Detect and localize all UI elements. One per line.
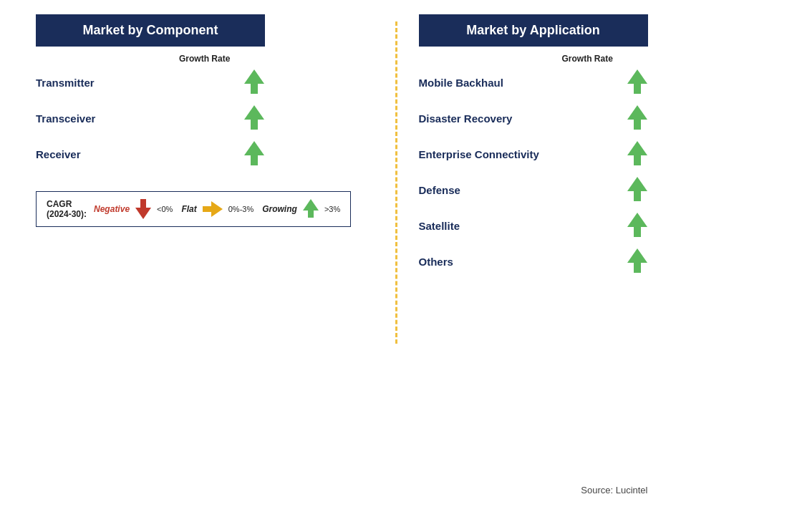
right-row-enterprise-connectivity: Enterprise Connectivity	[419, 141, 648, 167]
source-label: Source: Lucintel	[581, 485, 647, 503]
receiver-arrow-up-icon	[243, 141, 265, 167]
legend-cagr-label: CAGR(2024-30):	[47, 199, 87, 219]
mobile-backhaul-label: Mobile Backhaul	[419, 77, 598, 89]
main-container: Market by Component Growth Rate Transmit…	[0, 0, 792, 532]
legend-negative-label: Negative	[94, 204, 130, 214]
legend-negative-pct: <0%	[157, 205, 173, 213]
left-growth-rate-label: Growth Rate	[179, 54, 230, 64]
receiver-label: Receiver	[36, 148, 215, 160]
satellite-arrow-up-icon	[627, 213, 648, 238]
defense-label: Defense	[419, 184, 598, 196]
defense-arrow-up-icon	[627, 177, 648, 203]
enterprise-connectivity-label: Enterprise Connectivity	[419, 148, 598, 160]
right-row-defense: Defense	[419, 177, 648, 203]
satellite-label: Satellite	[419, 220, 598, 232]
others-arrow-up-icon	[627, 248, 648, 274]
right-row-others: Others	[419, 248, 648, 274]
right-row-mobile-backhaul: Mobile Backhaul	[419, 69, 648, 95]
legend-growing-label: Growing	[262, 204, 297, 214]
transmitter-label: Transmitter	[36, 77, 215, 89]
legend-flat-pct: 0%-3%	[228, 205, 253, 213]
legend-green-arrow-icon	[303, 199, 319, 219]
left-panel-title: Market by Component	[36, 14, 265, 47]
right-row-disaster-recovery: Disaster Recovery	[419, 105, 648, 131]
transceiver-label: Transceiver	[36, 112, 215, 125]
disaster-recovery-arrow-up-icon	[627, 105, 648, 131]
left-row-transceiver: Transceiver	[36, 105, 265, 131]
left-row-receiver: Receiver	[36, 141, 265, 167]
right-growth-rate-label: Growth Rate	[562, 54, 613, 64]
legend-growing-pct: >3%	[324, 205, 340, 213]
right-row-satellite: Satellite	[419, 213, 648, 238]
transmitter-arrow-up-icon	[243, 69, 265, 95]
transceiver-arrow-up-icon	[243, 105, 265, 131]
others-label: Others	[419, 256, 598, 268]
legend-box: CAGR(2024-30): Negative <0% Flat 0%-3% G…	[36, 191, 351, 227]
legend-flat-label: Flat	[181, 204, 196, 214]
right-panel-title: Market by Application	[419, 14, 648, 47]
enterprise-connectivity-arrow-up-icon	[627, 141, 648, 167]
mobile-backhaul-arrow-up-icon	[627, 69, 648, 95]
left-panel: Market by Component Growth Rate Transmit…	[36, 14, 374, 518]
divider	[395, 21, 397, 344]
legend-orange-arrow-right-icon	[203, 201, 223, 217]
disaster-recovery-label: Disaster Recovery	[419, 112, 598, 125]
left-row-transmitter: Transmitter	[36, 69, 265, 95]
right-panel: Market by Application Growth Rate Mobile…	[419, 14, 757, 518]
legend-red-arrow-down-icon	[135, 199, 151, 219]
